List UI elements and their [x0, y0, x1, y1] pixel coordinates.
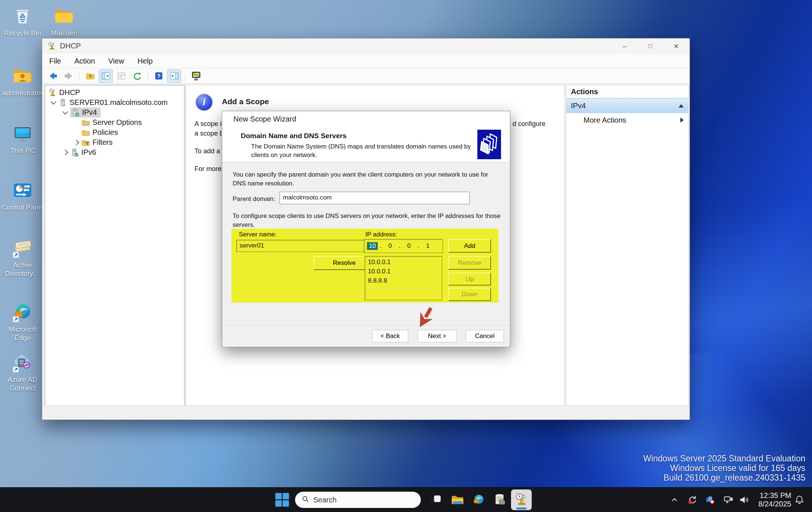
toolbar-separator	[148, 71, 148, 81]
close-button[interactable]: ×	[668, 38, 685, 54]
dns-server-list[interactable]: 10.0.0.1 10.0.0.1 8.8.8.8	[365, 256, 442, 300]
ip-octet[interactable]: 0	[383, 242, 397, 250]
more-actions-item[interactable]: More Actions	[566, 113, 688, 127]
license-watermark: Windows Server 2025 Standard Evaluation …	[643, 454, 805, 482]
desktop-icon-control-panel[interactable]: Control Panel	[1, 180, 44, 212]
desktop-icon-microsoft-edge[interactable]: Microsoft Edge	[1, 301, 44, 342]
ip-octet-selected[interactable]: 10	[367, 242, 378, 250]
tray-chevron-up-icon[interactable]	[669, 495, 680, 505]
body-text-fragment: For more i	[194, 165, 225, 173]
annotation-arrow-icon	[413, 305, 436, 333]
dhcp-taskbar-button[interactable]	[511, 489, 532, 510]
up-folder-icon[interactable]	[83, 69, 97, 83]
desktop-icon-malcolm[interactable]: Malcolm	[42, 5, 86, 37]
server-options-folder-icon	[81, 118, 90, 127]
azure-ad-connect-icon	[1, 352, 44, 374]
desktop-icon-label: Active Directory…	[5, 261, 40, 277]
desktop-icon-active-directory[interactable]: Active Directory…	[1, 237, 44, 278]
tree-item-dhcp-root[interactable]: DHCP	[45, 88, 184, 98]
control-panel-icon	[1, 180, 44, 202]
tree-item-ipv6[interactable]: IPv6	[45, 147, 184, 157]
ip-octet[interactable]: 1	[421, 242, 434, 250]
server-name-input[interactable]: server01	[236, 240, 375, 252]
ipv4-icon	[71, 108, 80, 117]
clock-date: 8/24/2025	[751, 500, 791, 508]
tree-item-server[interactable]: SERVER01.malcolmsoto.com	[45, 98, 184, 107]
back-button[interactable]: < Back	[372, 330, 408, 342]
desktop-icon-label: Microsoft Edge	[8, 325, 37, 342]
filters-folder-icon	[81, 138, 90, 147]
info-icon: i	[195, 93, 213, 111]
parent-domain-input[interactable]: malcolmsoto.com	[280, 192, 470, 204]
menu-action[interactable]: Action	[74, 57, 95, 65]
task-view-button[interactable]	[425, 489, 446, 510]
help-icon[interactable]: ?	[152, 69, 166, 83]
desktop-icon-administrator[interactable]: administrator	[1, 65, 44, 97]
edge-taskbar-button[interactable]	[468, 489, 489, 510]
chevron-right-icon[interactable]	[71, 140, 81, 144]
tree-item-ipv4[interactable]: IPv4	[45, 107, 184, 117]
desktop-icon-this-pc[interactable]: This PC	[1, 123, 44, 155]
dns-list-item[interactable]: 10.0.0.1	[368, 267, 439, 276]
window-titlebar[interactable]: DHCP – □ ×	[42, 38, 690, 54]
chevron-down-icon[interactable]	[60, 111, 70, 114]
tree-item-server-options[interactable]: Server Options	[45, 117, 184, 127]
start-button[interactable]	[274, 492, 290, 508]
down-button[interactable]: Down	[448, 288, 491, 301]
up-button[interactable]: Up	[448, 273, 491, 286]
more-actions-label: More Actions	[583, 116, 626, 124]
console-tree-toggle-icon[interactable]	[99, 69, 113, 83]
dns-list-item[interactable]: 10.0.0.1	[368, 257, 439, 267]
menu-bar: File Action View Help	[42, 54, 690, 68]
tree-item-filters[interactable]: Filters	[45, 137, 184, 147]
action-pane-toggle-icon[interactable]	[167, 69, 181, 83]
ip-address-input[interactable]: 10 . 0 . 0 . 1	[364, 239, 443, 253]
ip-octet[interactable]: 0	[402, 242, 416, 250]
server-manager-button[interactable]	[490, 489, 510, 510]
desktop-icon-recycle-bin[interactable]: Recycle Bin	[1, 5, 44, 37]
tray-storage-alert-icon[interactable]	[705, 495, 715, 505]
tray-bell-icon[interactable]	[794, 495, 805, 505]
new-scope-wizard-dialog: New Scope Wizard Domain Name and DNS Ser…	[222, 111, 510, 347]
properties-icon[interactable]	[114, 69, 128, 83]
policies-folder-icon	[81, 128, 90, 137]
back-icon[interactable]	[46, 69, 60, 83]
menu-view[interactable]: View	[108, 57, 124, 65]
license-line: Windows License valid for 165 days	[643, 463, 805, 473]
tray-volume-icon[interactable]	[739, 495, 749, 505]
tree-item-policies[interactable]: Policies	[45, 127, 184, 137]
minimize-button[interactable]: –	[616, 38, 633, 54]
chevron-right-icon[interactable]	[60, 150, 70, 154]
desktop-icon-azure-ad-connect[interactable]: Azure AD Connect	[1, 352, 44, 392]
maximize-button[interactable]: □	[642, 38, 659, 54]
actions-group-ipv4[interactable]: IPv4	[566, 98, 688, 113]
network-monitor-icon[interactable]	[189, 69, 203, 83]
add-button[interactable]: Add	[448, 239, 491, 253]
highlighted-dns-section: Server name: IP address: server01 10 . 0…	[231, 229, 498, 303]
collapse-icon[interactable]	[679, 104, 684, 107]
window-title: DHCP	[60, 42, 81, 50]
file-explorer-button[interactable]	[447, 489, 467, 510]
actions-group-label: IPv4	[571, 102, 586, 110]
tray-network-icon[interactable]	[723, 495, 734, 505]
cancel-button[interactable]: Cancel	[466, 330, 504, 342]
wizard-paragraph: You can specify the parent domain you wa…	[233, 170, 499, 188]
wizard-titlebar[interactable]: New Scope Wizard	[222, 111, 510, 128]
taskbar-clock[interactable]: 12:35 PM 8/24/2025	[751, 491, 791, 508]
active-directory-icon	[1, 237, 44, 259]
parent-domain-label: Parent domain:	[233, 195, 275, 203]
menu-file[interactable]: File	[49, 57, 61, 65]
refresh-icon[interactable]	[130, 69, 144, 83]
tray-sync-alert-icon[interactable]	[687, 495, 697, 505]
chevron-down-icon[interactable]	[48, 101, 58, 104]
desktop-icon-label: Malcolm	[51, 29, 77, 37]
dns-folders-icon	[477, 130, 501, 159]
forward-icon[interactable]	[61, 69, 75, 83]
ipv6-icon	[70, 148, 79, 157]
dns-list-item[interactable]: 8.8.8.8	[368, 276, 439, 285]
remove-button[interactable]: Remove	[448, 256, 491, 270]
menu-help[interactable]: Help	[138, 57, 153, 65]
desktop-icon-label: Recycle Bin	[4, 29, 41, 37]
search-input[interactable]: Search	[295, 492, 421, 508]
license-line: Build 26100.ge_release.240331-1435	[643, 473, 805, 482]
